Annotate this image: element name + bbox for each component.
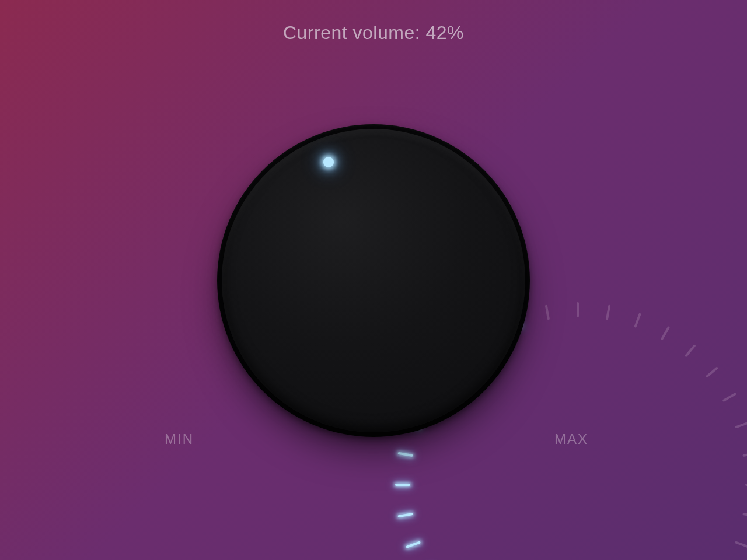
knob-tick <box>722 393 737 402</box>
knob-tick <box>685 344 696 357</box>
knob-tick <box>742 513 747 517</box>
volume-readout: Current volume: 42% <box>283 22 464 44</box>
knob-max-label: MAX <box>554 431 588 447</box>
volume-knob[interactable] <box>222 129 525 432</box>
knob-min-label: MIN <box>165 431 194 447</box>
knob-tick <box>577 302 579 317</box>
knob-tick <box>397 452 413 457</box>
knob-tick <box>661 326 670 341</box>
knob-container: MIN MAX <box>169 76 578 485</box>
knob-tick <box>606 304 610 320</box>
knob-tick <box>545 304 550 320</box>
knob-tick <box>742 452 747 457</box>
knob-tick <box>395 484 410 486</box>
knob-tick <box>397 513 413 517</box>
knob-tick <box>406 541 421 548</box>
knob-tick <box>735 421 747 429</box>
knob-tick <box>706 366 718 378</box>
knob-indicator-dot <box>323 157 334 167</box>
knob-tick <box>735 541 747 548</box>
knob-tick <box>634 313 641 328</box>
